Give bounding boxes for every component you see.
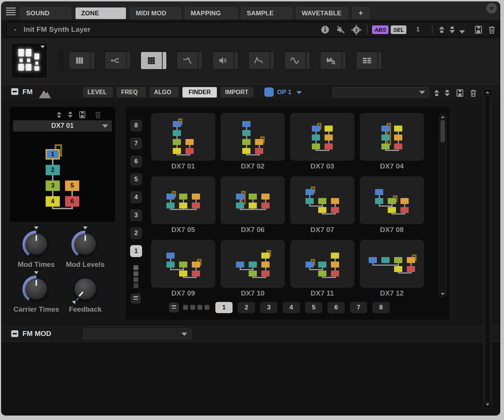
tab-mapping[interactable]: MAPPING bbox=[185, 7, 237, 19]
carrier-filter-5[interactable]: 5 bbox=[130, 173, 142, 185]
module-strip-toggle[interactable] bbox=[198, 52, 202, 69]
mute-icon[interactable] bbox=[336, 25, 345, 34]
tab-add[interactable]: + bbox=[352, 7, 369, 19]
fm-tab-finder[interactable]: FINDER bbox=[182, 87, 217, 98]
algo-tile-dx7-03[interactable] bbox=[290, 113, 354, 161]
tab-sample[interactable]: SAMPLE bbox=[241, 7, 292, 19]
scrollbar-thumb[interactable] bbox=[440, 120, 445, 142]
module-strip-toggle[interactable] bbox=[305, 52, 310, 69]
tab-midi-mod[interactable]: MIDI MOD bbox=[130, 7, 181, 19]
zone-module-selector[interactable] bbox=[11, 43, 47, 78]
page-button-7[interactable]: 7 bbox=[350, 302, 367, 313]
save-icon[interactable] bbox=[474, 25, 483, 34]
algo-tile-dx7-08[interactable] bbox=[360, 176, 424, 224]
move-down-icon[interactable] bbox=[443, 89, 452, 98]
tab-wavetable[interactable]: WAVETABLE bbox=[296, 7, 348, 19]
move-down-icon[interactable] bbox=[448, 25, 457, 34]
amp-button[interactable] bbox=[212, 52, 239, 70]
move-up-icon[interactable] bbox=[437, 25, 446, 34]
operator-box[interactable]: 2 bbox=[46, 165, 60, 175]
mod-list-button[interactable] bbox=[356, 52, 382, 70]
algo-tile-dx7-01[interactable] bbox=[151, 113, 215, 161]
carrier-times-knob[interactable] bbox=[22, 275, 50, 303]
module-strip-toggle[interactable] bbox=[90, 52, 95, 69]
tab-sound[interactable]: SOUND bbox=[21, 7, 71, 19]
tab-zone[interactable]: ZONE bbox=[76, 7, 126, 19]
page-button-6[interactable]: 6 bbox=[328, 302, 345, 313]
operator-box[interactable]: 6 bbox=[65, 196, 79, 207]
pitch-fork-button[interactable] bbox=[105, 52, 131, 70]
mountain-icon[interactable] bbox=[37, 89, 52, 99]
carrier-filter-3[interactable]: 3 bbox=[130, 209, 142, 221]
algo-tile-dx7-05[interactable] bbox=[151, 176, 215, 224]
page-button-2[interactable]: 2 bbox=[238, 302, 255, 313]
algo-tile-dx7-12[interactable] bbox=[360, 240, 424, 288]
algo-tile-dx7-10[interactable] bbox=[221, 240, 285, 288]
fm-tab-algo[interactable]: ALGO bbox=[150, 87, 179, 98]
algo-tile-dx7-07[interactable] bbox=[290, 176, 354, 224]
module-strip-toggle[interactable] bbox=[270, 52, 274, 69]
fm-mod-collapse-button[interactable] bbox=[11, 330, 18, 337]
trigger-button[interactable] bbox=[58, 50, 64, 71]
fm-tab-freq[interactable]: FREQ bbox=[117, 87, 146, 98]
module-strip-toggle[interactable] bbox=[377, 52, 382, 69]
move-down-icon[interactable] bbox=[66, 111, 75, 119]
operator-box[interactable]: 4 bbox=[46, 196, 60, 207]
fm-tab-level[interactable]: LEVEL bbox=[83, 87, 113, 98]
move-up-icon[interactable] bbox=[432, 89, 441, 98]
lfo-button[interactable] bbox=[284, 52, 310, 70]
carrier-filter-7[interactable]: 7 bbox=[130, 138, 142, 149]
window-caret-button[interactable] bbox=[486, 3, 497, 13]
carrier-filter-2[interactable]: 2 bbox=[130, 227, 142, 239]
op-color-swatch[interactable] bbox=[264, 87, 274, 97]
mod-levels-knob[interactable] bbox=[71, 231, 99, 258]
caret-down-icon[interactable] bbox=[296, 91, 302, 94]
sel-badge[interactable]: SEL bbox=[391, 25, 406, 34]
page-button-8[interactable]: 8 bbox=[372, 302, 390, 313]
main-scrollbar[interactable] bbox=[483, 89, 492, 408]
page-button-5[interactable]: 5 bbox=[305, 302, 322, 313]
menu-icon[interactable] bbox=[5, 6, 16, 16]
envelope-button[interactable] bbox=[248, 52, 274, 70]
trash-icon[interactable] bbox=[487, 25, 497, 34]
step-modulator-button[interactable] bbox=[320, 52, 346, 70]
scrollbar-thumb[interactable] bbox=[485, 95, 491, 402]
finder-scrollbar[interactable] bbox=[439, 114, 446, 297]
carrier-filter-1[interactable]: 1 bbox=[130, 245, 142, 257]
mod-times-knob[interactable] bbox=[22, 231, 50, 258]
feedback-knob[interactable] bbox=[71, 275, 99, 303]
fm-matrix-button[interactable] bbox=[141, 52, 167, 70]
save-icon[interactable] bbox=[78, 111, 87, 119]
carrier-filter-4[interactable]: 4 bbox=[130, 191, 142, 203]
fm-collapse-button[interactable] bbox=[11, 88, 18, 95]
zone-name-bar[interactable]: - Init FM Synth Layer 3 ABS SEL 1 bbox=[6, 22, 491, 37]
operator-box[interactable]: 1 bbox=[46, 149, 60, 160]
page-button-1[interactable]: 1 bbox=[215, 302, 233, 313]
save-icon[interactable] bbox=[455, 89, 464, 98]
fm-mod-dropdown[interactable] bbox=[83, 328, 191, 339]
trash-icon[interactable] bbox=[93, 111, 102, 119]
fm-tab-import[interactable]: IMPORT bbox=[221, 87, 253, 98]
carrier-filter-6[interactable]: 6 bbox=[130, 155, 142, 167]
operator-box[interactable]: 5 bbox=[65, 180, 79, 191]
fm-preset-dropdown[interactable] bbox=[333, 87, 429, 98]
carrier-filter-8[interactable]: 8 bbox=[130, 120, 142, 132]
operator-box[interactable]: 3 bbox=[46, 180, 60, 191]
module-strip-toggle[interactable] bbox=[234, 52, 238, 69]
filter-button[interactable] bbox=[176, 52, 203, 70]
equals-icon[interactable] bbox=[169, 303, 179, 312]
info-icon[interactable] bbox=[320, 25, 330, 34]
algorithm-preset-dropdown[interactable]: DX7 01 bbox=[13, 120, 112, 132]
module-strip-toggle[interactable] bbox=[162, 52, 166, 69]
algo-tile-dx7-09[interactable] bbox=[151, 240, 215, 288]
algo-tile-dx7-04[interactable] bbox=[360, 113, 424, 161]
algo-tile-dx7-02[interactable] bbox=[221, 113, 285, 161]
trash-icon[interactable] bbox=[469, 89, 478, 98]
equals-icon[interactable] bbox=[131, 294, 141, 303]
caret-down-icon[interactable] bbox=[459, 27, 465, 37]
module-strip-toggle[interactable] bbox=[341, 52, 346, 69]
module-strip-toggle[interactable] bbox=[126, 52, 130, 69]
algo-tile-dx7-06[interactable] bbox=[221, 176, 285, 224]
keyboard-button[interactable] bbox=[69, 52, 95, 70]
algo-tile-dx7-11[interactable] bbox=[290, 240, 354, 288]
